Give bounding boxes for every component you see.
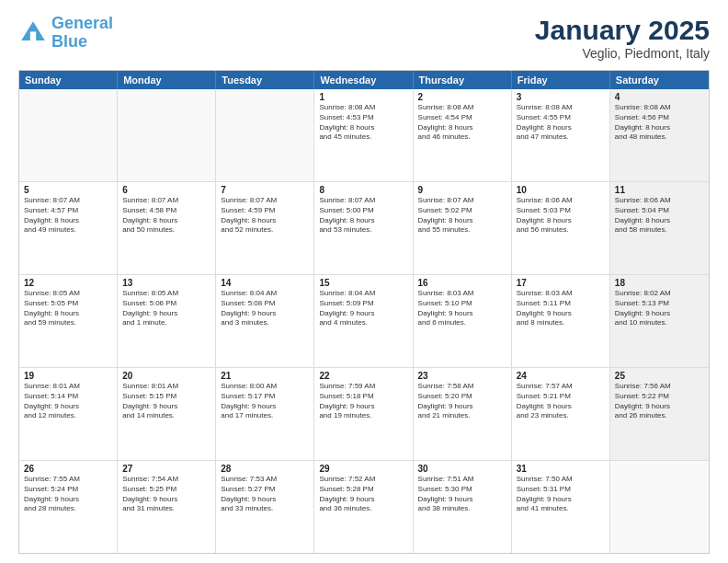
logo: General Blue	[18, 15, 113, 52]
day-cell-14: 14Sunrise: 8:04 AM Sunset: 5:08 PM Dayli…	[216, 275, 314, 367]
day-info: Sunrise: 8:03 AM Sunset: 5:11 PM Dayligh…	[517, 289, 605, 328]
day-info: Sunrise: 8:00 AM Sunset: 5:17 PM Dayligh…	[221, 382, 309, 421]
empty-cell	[118, 89, 216, 181]
week-row-3: 12Sunrise: 8:05 AM Sunset: 5:05 PM Dayli…	[19, 275, 709, 368]
day-header-friday: Friday	[512, 71, 610, 89]
day-info: Sunrise: 8:06 AM Sunset: 5:03 PM Dayligh…	[517, 196, 605, 236]
day-info: Sunrise: 8:07 AM Sunset: 5:02 PM Dayligh…	[418, 196, 506, 236]
day-cell-29: 29Sunrise: 7:52 AM Sunset: 5:28 PM Dayli…	[314, 461, 413, 553]
day-cell-24: 24Sunrise: 7:57 AM Sunset: 5:21 PM Dayli…	[512, 368, 610, 460]
day-cell-27: 27Sunrise: 7:54 AM Sunset: 5:25 PM Dayli…	[118, 461, 216, 553]
day-header-thursday: Thursday	[414, 71, 512, 89]
day-number: 9	[418, 185, 506, 195]
day-info: Sunrise: 8:07 AM Sunset: 4:57 PM Dayligh…	[24, 196, 112, 236]
day-number: 1	[319, 92, 407, 102]
day-number: 10	[517, 185, 605, 195]
subtitle: Veglio, Piedmont, Italy	[535, 46, 710, 61]
day-number: 23	[418, 371, 506, 381]
day-number: 31	[517, 464, 605, 474]
week-row-4: 19Sunrise: 8:01 AM Sunset: 5:14 PM Dayli…	[19, 368, 709, 461]
day-cell-10: 10Sunrise: 8:06 AM Sunset: 5:03 PM Dayli…	[512, 182, 610, 274]
day-info: Sunrise: 8:01 AM Sunset: 5:15 PM Dayligh…	[122, 382, 210, 421]
day-number: 19	[24, 371, 112, 381]
day-cell-4: 4Sunrise: 8:08 AM Sunset: 4:56 PM Daylig…	[610, 89, 709, 181]
day-cell-3: 3Sunrise: 8:08 AM Sunset: 4:55 PM Daylig…	[512, 89, 610, 181]
header: General Blue January 2025 Veglio, Piedmo…	[18, 15, 710, 61]
day-number: 6	[122, 185, 210, 195]
day-cell-21: 21Sunrise: 8:00 AM Sunset: 5:17 PM Dayli…	[216, 368, 314, 460]
day-number: 30	[418, 464, 506, 474]
day-number: 28	[221, 464, 309, 474]
day-cell-1: 1Sunrise: 8:08 AM Sunset: 4:53 PM Daylig…	[314, 89, 413, 181]
day-cell-30: 30Sunrise: 7:51 AM Sunset: 5:30 PM Dayli…	[414, 461, 512, 553]
day-cell-28: 28Sunrise: 7:53 AM Sunset: 5:27 PM Dayli…	[216, 461, 314, 553]
day-info: Sunrise: 8:05 AM Sunset: 5:06 PM Dayligh…	[122, 289, 210, 328]
day-info: Sunrise: 8:03 AM Sunset: 5:10 PM Dayligh…	[418, 289, 506, 328]
day-cell-23: 23Sunrise: 7:58 AM Sunset: 5:20 PM Dayli…	[414, 368, 512, 460]
day-number: 8	[319, 185, 407, 195]
day-number: 7	[221, 185, 309, 195]
day-info: Sunrise: 7:57 AM Sunset: 5:21 PM Dayligh…	[517, 382, 605, 421]
day-number: 15	[319, 278, 407, 288]
day-number: 25	[615, 371, 704, 381]
logo-general: General	[51, 14, 113, 32]
day-number: 17	[517, 278, 605, 288]
svg-rect-1	[30, 31, 36, 40]
day-info: Sunrise: 8:08 AM Sunset: 4:56 PM Dayligh…	[615, 103, 704, 143]
day-cell-2: 2Sunrise: 8:08 AM Sunset: 4:54 PM Daylig…	[414, 89, 512, 181]
day-info: Sunrise: 8:07 AM Sunset: 4:58 PM Dayligh…	[122, 196, 210, 236]
day-number: 26	[24, 464, 112, 474]
day-info: Sunrise: 7:54 AM Sunset: 5:25 PM Dayligh…	[122, 475, 210, 514]
day-cell-11: 11Sunrise: 8:06 AM Sunset: 5:04 PM Dayli…	[610, 182, 709, 274]
day-info: Sunrise: 8:07 AM Sunset: 5:00 PM Dayligh…	[319, 196, 407, 236]
day-info: Sunrise: 7:59 AM Sunset: 5:18 PM Dayligh…	[319, 382, 407, 421]
day-info: Sunrise: 8:08 AM Sunset: 4:55 PM Dayligh…	[517, 103, 605, 143]
day-info: Sunrise: 8:06 AM Sunset: 5:04 PM Dayligh…	[615, 196, 704, 236]
day-cell-25: 25Sunrise: 7:56 AM Sunset: 5:22 PM Dayli…	[610, 368, 709, 460]
title-block: January 2025 Veglio, Piedmont, Italy	[535, 15, 710, 61]
day-header-saturday: Saturday	[610, 71, 709, 89]
day-cell-16: 16Sunrise: 8:03 AM Sunset: 5:10 PM Dayli…	[414, 275, 512, 367]
empty-cell	[19, 89, 118, 181]
day-number: 24	[517, 371, 605, 381]
week-row-1: 1Sunrise: 8:08 AM Sunset: 4:53 PM Daylig…	[19, 89, 709, 182]
day-number: 29	[319, 464, 407, 474]
day-header-monday: Monday	[118, 71, 216, 89]
day-number: 4	[615, 92, 704, 102]
day-info: Sunrise: 8:07 AM Sunset: 4:59 PM Dayligh…	[221, 196, 309, 236]
day-info: Sunrise: 8:08 AM Sunset: 4:53 PM Dayligh…	[319, 103, 407, 143]
day-number: 3	[517, 92, 605, 102]
day-info: Sunrise: 7:58 AM Sunset: 5:20 PM Dayligh…	[418, 382, 506, 421]
day-info: Sunrise: 7:53 AM Sunset: 5:27 PM Dayligh…	[221, 475, 309, 514]
day-cell-17: 17Sunrise: 8:03 AM Sunset: 5:11 PM Dayli…	[512, 275, 610, 367]
day-info: Sunrise: 8:05 AM Sunset: 5:05 PM Dayligh…	[24, 289, 112, 328]
day-number: 20	[122, 371, 210, 381]
day-number: 11	[615, 185, 704, 195]
day-cell-26: 26Sunrise: 7:55 AM Sunset: 5:24 PM Dayli…	[19, 461, 118, 553]
day-cell-12: 12Sunrise: 8:05 AM Sunset: 5:05 PM Dayli…	[19, 275, 118, 367]
day-cell-8: 8Sunrise: 8:07 AM Sunset: 5:00 PM Daylig…	[314, 182, 413, 274]
day-info: Sunrise: 7:52 AM Sunset: 5:28 PM Dayligh…	[319, 475, 407, 514]
day-header-wednesday: Wednesday	[314, 71, 413, 89]
day-cell-9: 9Sunrise: 8:07 AM Sunset: 5:02 PM Daylig…	[414, 182, 512, 274]
day-number: 21	[221, 371, 309, 381]
day-info: Sunrise: 8:01 AM Sunset: 5:14 PM Dayligh…	[24, 382, 112, 421]
day-info: Sunrise: 8:08 AM Sunset: 4:54 PM Dayligh…	[418, 103, 506, 143]
day-info: Sunrise: 8:04 AM Sunset: 5:09 PM Dayligh…	[319, 289, 407, 328]
day-number: 14	[221, 278, 309, 288]
day-cell-20: 20Sunrise: 8:01 AM Sunset: 5:15 PM Dayli…	[118, 368, 216, 460]
calendar-header: SundayMondayTuesdayWednesdayThursdayFrid…	[19, 71, 709, 89]
day-header-tuesday: Tuesday	[216, 71, 314, 89]
day-info: Sunrise: 7:51 AM Sunset: 5:30 PM Dayligh…	[418, 475, 506, 514]
day-info: Sunrise: 7:50 AM Sunset: 5:31 PM Dayligh…	[517, 475, 605, 514]
day-info: Sunrise: 7:55 AM Sunset: 5:24 PM Dayligh…	[24, 475, 112, 514]
day-info: Sunrise: 7:56 AM Sunset: 5:22 PM Dayligh…	[615, 382, 704, 421]
logo-text: General Blue	[51, 15, 113, 52]
day-cell-5: 5Sunrise: 8:07 AM Sunset: 4:57 PM Daylig…	[19, 182, 118, 274]
week-row-2: 5Sunrise: 8:07 AM Sunset: 4:57 PM Daylig…	[19, 182, 709, 275]
day-cell-6: 6Sunrise: 8:07 AM Sunset: 4:58 PM Daylig…	[118, 182, 216, 274]
day-number: 13	[122, 278, 210, 288]
week-row-5: 26Sunrise: 7:55 AM Sunset: 5:24 PM Dayli…	[19, 461, 709, 553]
day-cell-15: 15Sunrise: 8:04 AM Sunset: 5:09 PM Dayli…	[314, 275, 413, 367]
day-cell-13: 13Sunrise: 8:05 AM Sunset: 5:06 PM Dayli…	[118, 275, 216, 367]
